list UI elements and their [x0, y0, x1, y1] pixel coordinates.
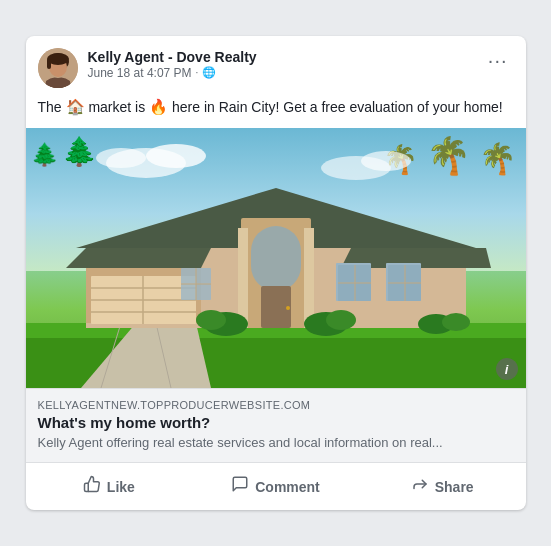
comment-icon — [231, 475, 249, 498]
text-before: The — [38, 99, 62, 115]
house-emoji: 🏠 — [66, 98, 85, 115]
avatar[interactable] — [38, 48, 78, 88]
text-mid: market is — [88, 99, 145, 115]
comment-label: Comment — [255, 479, 320, 495]
svg-point-7 — [146, 144, 206, 168]
share-label: Share — [435, 479, 474, 495]
svg-point-46 — [326, 310, 356, 330]
post-text: The 🏠 market is 🔥 here in Rain City! Get… — [26, 96, 526, 129]
post-header: Kelly Agent - Dove Realty June 18 at 4:0… — [26, 36, 526, 96]
post-date: June 18 at 4:07 PM — [88, 66, 192, 80]
link-preview[interactable]: kellyagentnew.topproducerwebsite.com Wha… — [26, 388, 526, 462]
svg-point-8 — [96, 148, 146, 168]
facebook-post-card: Kelly Agent - Dove Realty June 18 at 4:0… — [26, 36, 526, 511]
comment-button[interactable]: Comment — [192, 467, 359, 506]
author-section: Kelly Agent - Dove Realty June 18 at 4:0… — [38, 48, 257, 88]
globe-icon: 🌐 — [202, 66, 216, 79]
link-source: kellyagentnew.topproducerwebsite.com — [38, 399, 514, 411]
share-icon — [411, 475, 429, 498]
svg-rect-27 — [251, 226, 301, 291]
svg-point-48 — [442, 313, 470, 331]
dot-separator: · — [196, 67, 199, 78]
more-options-button[interactable]: ··· — [482, 48, 514, 72]
user-info: Kelly Agent - Dove Realty June 18 at 4:0… — [88, 48, 257, 80]
text-after: here in Rain City! Get a free evaluation… — [172, 99, 503, 115]
svg-point-10 — [361, 151, 411, 171]
post-meta: June 18 at 4:07 PM · 🌐 — [88, 66, 257, 80]
author-name: Kelly Agent - Dove Realty — [88, 48, 257, 66]
like-button[interactable]: Like — [26, 467, 193, 506]
svg-rect-28 — [238, 228, 248, 328]
like-label: Like — [107, 479, 135, 495]
svg-point-42 — [286, 306, 290, 310]
svg-rect-4 — [47, 59, 51, 69]
link-title: What's my home worth? — [38, 414, 514, 431]
svg-point-44 — [196, 310, 226, 330]
fire-emoji: 🔥 — [149, 98, 168, 115]
svg-rect-29 — [304, 228, 314, 328]
share-button[interactable]: Share — [359, 467, 526, 506]
like-icon — [83, 475, 101, 498]
house-svg — [26, 128, 526, 388]
info-badge[interactable]: i — [496, 358, 518, 380]
svg-marker-24 — [66, 248, 211, 268]
post-image: 🌴 🌴 🌴 🌲 🌲 — [26, 128, 526, 388]
post-actions: Like Comment Share — [26, 462, 526, 510]
link-description: Kelly Agent offering real estate service… — [38, 434, 514, 452]
